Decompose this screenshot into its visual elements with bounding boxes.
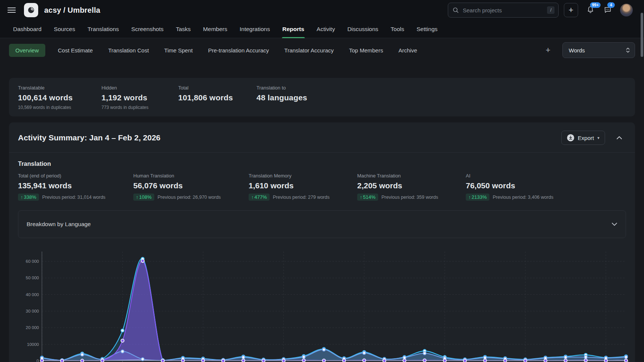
metric-label: Translation Memory bbox=[249, 173, 357, 179]
messages-button[interactable]: 4 bbox=[603, 5, 613, 16]
delta-badge: ↑338% bbox=[18, 194, 39, 201]
tab-archive[interactable]: Archive bbox=[398, 44, 418, 57]
activity-summary-title: Activity Summary: Jan 4 – Feb 2, 2026 bbox=[18, 133, 161, 142]
nav-translations[interactable]: Translations bbox=[87, 26, 119, 38]
unit-select[interactable]: Words bbox=[562, 42, 635, 58]
notifications-button[interactable]: 99+ bbox=[586, 5, 595, 16]
nav-integrations[interactable]: Integrations bbox=[239, 26, 270, 38]
notifications-count-badge: 99+ bbox=[590, 2, 601, 8]
svg-text:10000: 10000 bbox=[27, 342, 39, 347]
svg-text:0: 0 bbox=[37, 359, 39, 362]
nav-screenshots[interactable]: Screenshots bbox=[131, 26, 164, 38]
arrow-up-icon: ↑ bbox=[21, 194, 23, 200]
stat-translation-to: Translation to 48 languages bbox=[256, 85, 626, 110]
tab-top-members[interactable]: Top Members bbox=[348, 44, 384, 57]
metric-value: 76,050 words bbox=[466, 181, 626, 190]
export-label: Export bbox=[578, 135, 594, 141]
stat-label: Translatable bbox=[18, 85, 101, 91]
unit-select-value: Words bbox=[569, 47, 585, 54]
metric-total: Total (end of period) 135,941 words ↑338… bbox=[18, 173, 133, 201]
arrow-up-icon: ↑ bbox=[360, 194, 362, 200]
nav-settings[interactable]: Settings bbox=[416, 26, 438, 38]
svg-text:30 000: 30 000 bbox=[26, 309, 39, 313]
nav-discussions[interactable]: Discussions bbox=[347, 26, 379, 38]
arrow-up-icon: ↑ bbox=[251, 194, 254, 200]
stat-value: 100,614 words bbox=[18, 93, 101, 102]
breakdown-by-language-toggle[interactable]: Breakdown by Language bbox=[18, 210, 626, 238]
stat-value: 1,192 words bbox=[101, 93, 178, 102]
translation-metrics: Total (end of period) 135,941 words ↑338… bbox=[18, 173, 626, 201]
tab-translation-cost[interactable]: Translation Cost bbox=[107, 44, 150, 57]
page-scrollbar[interactable] bbox=[641, 13, 643, 57]
nav-tasks[interactable]: Tasks bbox=[176, 26, 191, 38]
search-input[interactable] bbox=[462, 7, 544, 14]
collapse-section-button[interactable] bbox=[615, 134, 624, 142]
search-icon bbox=[453, 7, 459, 13]
stat-label: Translation to bbox=[256, 85, 626, 91]
activity-summary-card: Activity Summary: Jan 4 – Feb 2, 2026 Ex… bbox=[9, 122, 635, 362]
nav-members[interactable]: Members bbox=[203, 26, 228, 38]
top-bar: acsy / Umbrella / + 99+ 4 bbox=[0, 0, 644, 20]
metric-label: Total (end of period) bbox=[18, 173, 133, 179]
delta-badge: ↑2133% bbox=[466, 194, 489, 201]
word-stats-card: Translatable 100,614 words 10,569 words … bbox=[9, 78, 635, 116]
stat-hidden: Hidden 1,192 words 773 words in duplicat… bbox=[101, 85, 178, 110]
metric-value: 135,941 words bbox=[18, 181, 133, 190]
arrow-up-icon: ↑ bbox=[136, 194, 139, 200]
project-title: acsy / Umbrella bbox=[44, 6, 100, 15]
search-shortcut-key: / bbox=[547, 6, 555, 14]
svg-text:50 000: 50 000 bbox=[26, 276, 39, 280]
app-logo[interactable] bbox=[24, 3, 38, 17]
translation-section-title: Translation bbox=[18, 160, 626, 167]
nav-sources[interactable]: Sources bbox=[54, 26, 76, 38]
delta-value: 2133% bbox=[472, 194, 487, 200]
stat-label: Total bbox=[178, 85, 256, 91]
tab-overview[interactable]: Overview bbox=[9, 44, 45, 57]
metric-label: Machine Translation bbox=[357, 173, 466, 179]
stat-total: Total 101,806 words bbox=[178, 85, 256, 110]
metric-label: Human Translation bbox=[133, 173, 249, 179]
breakdown-label: Breakdown by Language bbox=[27, 221, 91, 228]
user-avatar[interactable] bbox=[620, 4, 633, 16]
tab-translator-accuracy[interactable]: Translator Accuracy bbox=[283, 44, 334, 57]
export-button[interactable]: Export ▾ bbox=[561, 131, 605, 145]
logo-icon bbox=[26, 5, 36, 15]
chevron-up-icon bbox=[616, 136, 622, 140]
svg-text:40 000: 40 000 bbox=[26, 292, 39, 297]
chevron-down-icon bbox=[611, 222, 617, 226]
nav-reports[interactable]: Reports bbox=[282, 26, 305, 38]
metric-label: AI bbox=[466, 173, 626, 179]
tab-pretranslation-accuracy[interactable]: Pre-translation Accuracy bbox=[207, 44, 270, 57]
add-report-button[interactable]: + bbox=[543, 45, 553, 56]
metric-machine-translation: Machine Translation 2,205 words ↑514% Pr… bbox=[357, 173, 466, 201]
stat-subtext: 10,569 words in duplicates bbox=[18, 105, 101, 110]
nav-tools[interactable]: Tools bbox=[390, 26, 404, 38]
activity-chart[interactable]: 01000020 00030 00040 00050 00060 0004 Ja… bbox=[9, 249, 635, 362]
export-caret-icon: ▾ bbox=[597, 136, 599, 140]
menu-icon[interactable] bbox=[7, 7, 16, 13]
previous-period-text: Previous period: 31,014 words bbox=[42, 195, 106, 200]
messages-count-badge: 4 bbox=[607, 2, 615, 8]
search-box[interactable]: / bbox=[448, 3, 559, 18]
stat-value: 48 languages bbox=[256, 93, 626, 102]
metric-ai: AI 76,050 words ↑2133% Previous period: … bbox=[466, 173, 626, 201]
reports-subnav: Overview Cost Estimate Translation Cost … bbox=[0, 38, 644, 62]
previous-period-text: Previous period: 3,406 words bbox=[493, 195, 553, 200]
delta-badge: ↑514% bbox=[357, 194, 378, 201]
delta-badge: ↑108% bbox=[133, 194, 154, 201]
svg-text:20 000: 20 000 bbox=[26, 325, 39, 330]
previous-period-text: Previous period: 279 words bbox=[273, 195, 329, 200]
stat-label: Hidden bbox=[101, 85, 178, 91]
nav-activity[interactable]: Activity bbox=[316, 26, 335, 38]
tab-time-spent[interactable]: Time Spent bbox=[164, 44, 194, 57]
delta-value: 338% bbox=[24, 194, 36, 200]
metric-value: 56,076 words bbox=[133, 181, 249, 190]
project-nav: Dashboard Sources Translations Screensho… bbox=[0, 20, 644, 38]
tab-cost-estimate[interactable]: Cost Estimate bbox=[57, 44, 94, 57]
delta-value: 477% bbox=[255, 194, 267, 200]
metric-human-translation: Human Translation 56,076 words ↑108% Pre… bbox=[133, 173, 249, 201]
stat-value: 101,806 words bbox=[178, 93, 256, 102]
nav-dashboard[interactable]: Dashboard bbox=[13, 26, 42, 38]
svg-text:60 000: 60 000 bbox=[26, 259, 39, 264]
create-project-button[interactable]: + bbox=[564, 3, 578, 17]
